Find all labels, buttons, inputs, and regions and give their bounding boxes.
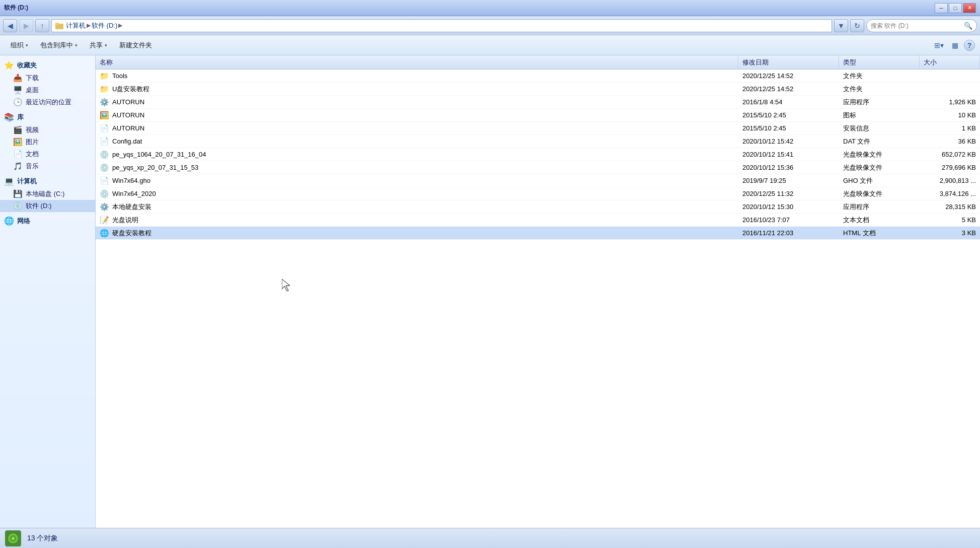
col-header-name[interactable]: 名称 xyxy=(96,55,738,69)
col-header-modified[interactable]: 修改日期 xyxy=(738,55,839,69)
table-row[interactable]: 💿pe_yqs_xp_20_07_31_15_532020/10/12 15:3… xyxy=(96,161,980,174)
refresh-button[interactable]: ↻ xyxy=(850,19,864,32)
file-name-cell: 📄Win7x64.gho xyxy=(96,176,738,185)
sidebar-item-local-c[interactable]: 💾 本地磁盘 (C:) xyxy=(0,188,95,200)
file-type-icon: 📁 xyxy=(100,85,109,94)
include-button[interactable]: 包含到库中 ▾ xyxy=(35,38,83,53)
sidebar-item-recent[interactable]: 🕒 最近访问的位置 xyxy=(0,96,95,108)
file-type-icon: 📄 xyxy=(100,176,109,185)
file-name-text: 本地硬盘安装 xyxy=(112,202,152,212)
statusbar-icon xyxy=(5,530,21,546)
file-name-text: 光盘说明 xyxy=(112,216,138,225)
table-row[interactable]: ⚙️AUTORUN2016/1/8 4:54应用程序1,926 KB xyxy=(96,96,980,109)
sidebar-item-video[interactable]: 🎬 视频 xyxy=(0,124,95,136)
sidebar-item-document[interactable]: 📄 文档 xyxy=(0,148,95,160)
table-row[interactable]: 💿Win7x64_20202020/12/25 11:32光盘映像文件3,874… xyxy=(96,187,980,200)
organize-button[interactable]: 组织 ▾ xyxy=(5,38,34,53)
table-row[interactable]: 📁U盘安装教程2020/12/25 14:52文件夹 xyxy=(96,83,980,96)
address-path[interactable]: 计算机 ▶ 软件 (D:) ▶ xyxy=(51,19,832,32)
file-size-cell: 10 KB xyxy=(920,111,980,119)
include-label: 包含到库中 xyxy=(40,41,73,50)
file-type-icon: 💿 xyxy=(100,163,109,172)
search-icon[interactable]: 🔍 xyxy=(964,22,972,30)
sidebar-item-software-d[interactable]: 💿 软件 (D:) xyxy=(0,200,95,212)
image-label: 图片 xyxy=(26,138,39,147)
file-type-icon: ⚙️ xyxy=(100,98,109,107)
table-row[interactable]: 📁Tools2020/12/25 14:52文件夹 xyxy=(96,70,980,83)
file-type-cell: DAT 文件 xyxy=(839,137,920,146)
titlebar: 软件 (D:) ─ □ ✕ xyxy=(0,0,980,16)
preview-pane-button[interactable]: ▦ xyxy=(948,39,962,52)
table-row[interactable]: 📄AUTORUN2015/5/10 2:45安装信息1 KB xyxy=(96,122,980,135)
share-dropdown-arrow: ▾ xyxy=(105,43,107,48)
minimize-button[interactable]: ─ xyxy=(935,3,948,13)
document-label: 文档 xyxy=(26,150,39,159)
up-button[interactable]: ↑ xyxy=(35,19,49,32)
new-folder-button[interactable]: 新建文件夹 xyxy=(114,38,158,53)
table-row[interactable]: 🌐硬盘安装教程2016/11/21 22:03HTML 文档3 KB xyxy=(96,227,980,240)
file-modified-cell: 2020/10/12 15:42 xyxy=(738,138,839,145)
sidebar-item-downloads[interactable]: 📥 下载 xyxy=(0,72,95,84)
favorites-icon: ⭐ xyxy=(4,60,14,70)
table-row[interactable]: 🖼️AUTORUN2015/5/10 2:45图标10 KB xyxy=(96,109,980,122)
network-icon: 🌐 xyxy=(4,216,14,226)
file-area: 名称 修改日期 类型 大小 📁Tools2020/12/25 14:52文件夹📁… xyxy=(96,55,980,528)
downloads-label: 下载 xyxy=(26,74,39,83)
software-d-label: 软件 (D:) xyxy=(26,201,51,211)
table-row[interactable]: 📄Win7x64.gho2019/9/7 19:25GHO 文件2,900,81… xyxy=(96,174,980,187)
file-type-icon: ⚙️ xyxy=(100,202,109,212)
column-headers: 名称 修改日期 类型 大小 xyxy=(96,55,980,70)
file-type-cell: 光盘映像文件 xyxy=(839,163,920,172)
table-row[interactable]: 📄Config.dat2020/10/12 15:42DAT 文件36 KB xyxy=(96,135,980,148)
search-box[interactable]: 🔍 xyxy=(866,19,977,32)
file-modified-cell: 2015/5/10 2:45 xyxy=(738,124,839,132)
sidebar-item-desktop[interactable]: 🖥️ 桌面 xyxy=(0,84,95,96)
computer-header[interactable]: 💻 计算机 xyxy=(0,174,95,188)
file-name-text: Win7x64.gho xyxy=(112,177,150,184)
statusbar: 13 个对象 xyxy=(0,528,980,548)
file-name-text: pe_yqs_xp_20_07_31_15_53 xyxy=(112,164,198,171)
col-header-size[interactable]: 大小 xyxy=(920,55,980,69)
network-header[interactable]: 🌐 网络 xyxy=(0,214,95,228)
recent-label: 最近访问的位置 xyxy=(26,98,71,107)
view-dropdown-button[interactable]: ⊞▾ xyxy=(932,39,946,52)
file-type-cell: 光盘映像文件 xyxy=(839,189,920,198)
video-label: 视频 xyxy=(26,125,39,134)
sidebar-item-image[interactable]: 🖼️ 图片 xyxy=(0,136,95,148)
dropdown-button[interactable]: ▼ xyxy=(834,19,848,32)
path-computer[interactable]: 计算机 xyxy=(66,21,86,30)
file-name-text: 硬盘安装教程 xyxy=(112,229,152,238)
local-c-label: 本地磁盘 (C:) xyxy=(26,189,64,198)
share-button[interactable]: 共享 ▾ xyxy=(84,38,113,53)
new-folder-label: 新建文件夹 xyxy=(119,41,152,50)
document-icon: 📄 xyxy=(13,150,23,159)
sidebar-item-music[interactable]: 🎵 音乐 xyxy=(0,160,95,172)
table-row[interactable]: 💿pe_yqs_1064_20_07_31_16_042020/10/12 15… xyxy=(96,148,980,161)
forward-button[interactable]: ▶ xyxy=(19,19,33,32)
back-button[interactable]: ◀ xyxy=(3,19,17,32)
col-header-type[interactable]: 类型 xyxy=(839,55,920,69)
file-type-icon: 📝 xyxy=(100,216,109,225)
file-type-icon: 📄 xyxy=(100,124,109,133)
path-software-d[interactable]: 软件 (D:) xyxy=(92,21,117,30)
help-button[interactable]: ? xyxy=(964,40,975,51)
file-type-icon: 💿 xyxy=(100,189,109,198)
folder-icon xyxy=(55,21,64,30)
file-type-icon: 📄 xyxy=(100,137,109,146)
file-name-cell: 📄Config.dat xyxy=(96,137,738,146)
include-dropdown-arrow: ▾ xyxy=(75,43,78,48)
table-row[interactable]: ⚙️本地硬盘安装2020/10/12 15:30应用程序28,315 KB xyxy=(96,200,980,214)
file-size-cell: 1 KB xyxy=(920,124,980,132)
table-row[interactable]: 📝光盘说明2016/10/23 7:07文本文档5 KB xyxy=(96,214,980,227)
downloads-icon: 📥 xyxy=(13,74,23,83)
file-type-cell: 图标 xyxy=(839,111,920,120)
statusbar-count: 13 个对象 xyxy=(27,534,58,543)
file-size-cell: 28,315 KB xyxy=(920,203,980,211)
computer-icon: 💻 xyxy=(4,176,14,186)
file-name-text: Win7x64_2020 xyxy=(112,190,156,197)
close-button[interactable]: ✕ xyxy=(963,3,976,13)
maximize-button[interactable]: □ xyxy=(949,3,962,13)
favorites-header[interactable]: ⭐ 收藏夹 xyxy=(0,58,95,72)
search-input[interactable] xyxy=(871,22,962,29)
library-header[interactable]: 📚 库 xyxy=(0,110,95,124)
